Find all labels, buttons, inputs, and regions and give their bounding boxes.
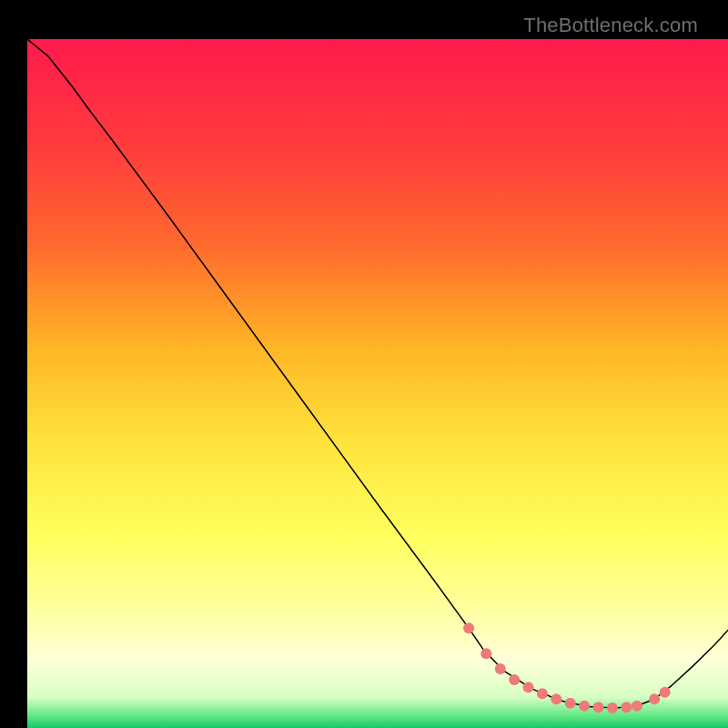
valley-marker (463, 622, 474, 633)
valley-marker (649, 693, 660, 704)
valley-marker (593, 702, 604, 713)
valley-marker (621, 702, 632, 713)
valley-marker (579, 701, 590, 712)
valley-marker (551, 693, 561, 704)
chart-plot (27, 39, 728, 728)
valley-marker (495, 663, 506, 674)
chart-frame: TheBottleneck.com (14, 14, 714, 714)
watermark-text: TheBottleneck.com (523, 14, 698, 37)
valley-marker (660, 687, 671, 698)
valley-marker (480, 648, 491, 659)
valley-marker (523, 682, 534, 693)
valley-marker (509, 674, 520, 685)
valley-marker (632, 701, 642, 712)
valley-marker (565, 698, 576, 709)
gradient-background (27, 39, 728, 728)
chart-svg (27, 39, 728, 728)
valley-marker (537, 688, 548, 699)
valley-marker (607, 703, 618, 713)
